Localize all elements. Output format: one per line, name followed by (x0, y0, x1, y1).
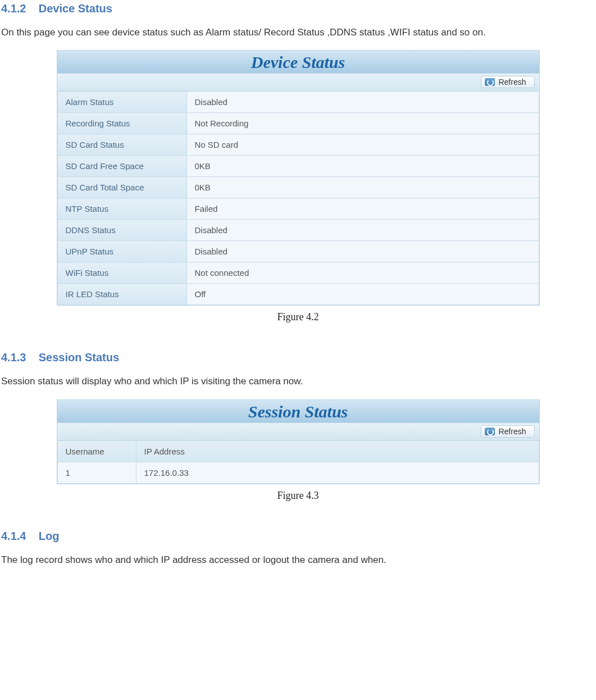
table-row: UPnP StatusDisabled (57, 241, 539, 262)
section-title: Device Status (39, 2, 112, 15)
refresh-icon (485, 428, 495, 435)
status-value: 0KB (186, 156, 539, 177)
status-value: Not connected (186, 262, 539, 284)
section-number: 4.1.4 (1, 530, 26, 542)
table-row: SD Card Free Space0KB (57, 156, 539, 177)
section-heading-device-status: 4.1.2 Device Status (1, 2, 596, 15)
refresh-button[interactable]: Refresh (481, 425, 534, 438)
status-label: SD Card Total Space (57, 177, 186, 198)
status-label: SD Card Free Space (57, 156, 186, 177)
status-label: Recording Status (57, 113, 186, 134)
panel-title: Device Status (251, 53, 345, 71)
status-value: Not Recording (186, 113, 539, 134)
refresh-row: Refresh (57, 74, 539, 91)
session-status-panel: Session Status Refresh Username IP Addre… (57, 399, 540, 484)
table-header-row: Username IP Address (57, 440, 539, 462)
refresh-icon (485, 78, 495, 86)
device-status-panel: Device Status Refresh Alarm StatusDisabl… (57, 50, 540, 306)
section-title: Session Status (39, 351, 119, 363)
refresh-label: Refresh (498, 78, 526, 87)
section-intro-session-status: Session status will display who and whic… (1, 374, 596, 389)
status-value: Disabled (186, 220, 539, 241)
panel-title: Session Status (248, 402, 348, 421)
table-row: NTP StatusFailed (57, 198, 539, 220)
status-label: Alarm Status (57, 92, 186, 113)
status-value: Off (186, 284, 539, 305)
section-heading-log: 4.1.4 Log (1, 530, 596, 543)
section-number: 4.1.2 (1, 2, 26, 15)
status-label: SD Card Status (57, 134, 186, 156)
status-value: 0KB (186, 177, 539, 198)
status-label: WiFi Status (57, 262, 186, 284)
status-value: Failed (186, 198, 539, 220)
status-value: Disabled (186, 241, 539, 262)
device-status-table: Alarm StatusDisabled Recording StatusNot… (57, 91, 539, 305)
status-label: IR LED Status (57, 284, 186, 305)
table-row: Alarm StatusDisabled (57, 92, 539, 113)
session-username: 1 (57, 462, 136, 483)
table-row: SD Card Total Space0KB (57, 177, 539, 198)
table-row: SD Card StatusNo SD card (57, 134, 539, 156)
section-heading-session-status: 4.1.3 Session Status (1, 351, 596, 364)
section-title: Log (39, 530, 60, 542)
status-label: NTP Status (57, 198, 186, 220)
table-row: DDNS StatusDisabled (57, 220, 539, 241)
status-label: DDNS Status (57, 220, 186, 241)
refresh-row: Refresh (57, 423, 539, 440)
status-value: Disabled (186, 92, 539, 113)
col-ip: IP Address (136, 440, 539, 462)
table-row: IR LED StatusOff (57, 284, 539, 305)
session-status-table: Username IP Address 1 172.16.0.33 (57, 440, 539, 484)
figure-caption-4-3: Figure 4.3 (0, 490, 596, 502)
col-username: Username (57, 440, 136, 462)
status-label: UPnP Status (57, 241, 186, 262)
table-row: 1 172.16.0.33 (57, 462, 539, 483)
section-number: 4.1.3 (1, 351, 26, 363)
session-ip: 172.16.0.33 (136, 462, 539, 483)
table-row: WiFi StatusNot connected (57, 262, 539, 284)
refresh-label: Refresh (498, 427, 526, 436)
table-row: Recording StatusNot Recording (57, 113, 539, 134)
refresh-button[interactable]: Refresh (481, 76, 534, 88)
status-value: No SD card (186, 134, 539, 156)
panel-title-bar: Device Status (57, 51, 539, 74)
panel-title-bar: Session Status (57, 400, 539, 423)
section-intro-log: The log record shows who and which IP ad… (1, 553, 596, 567)
section-intro-device-status: On this page you can see device status s… (1, 25, 596, 40)
figure-caption-4-2: Figure 4.2 (0, 311, 596, 323)
